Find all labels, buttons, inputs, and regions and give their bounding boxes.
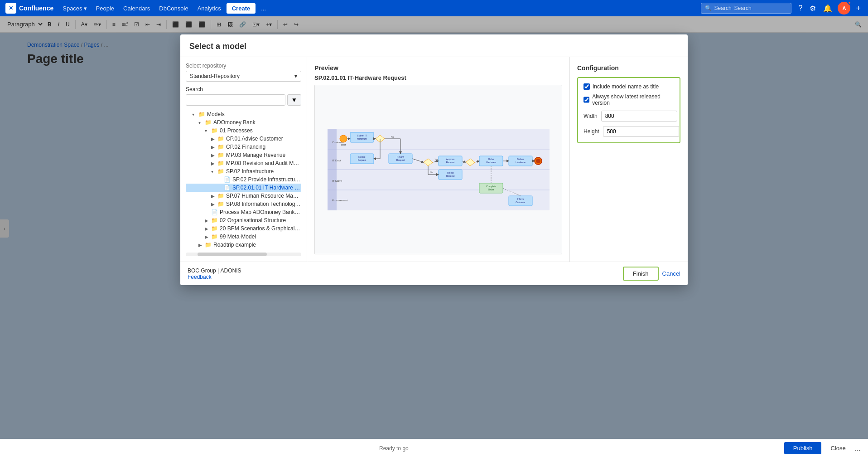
tree-item-models[interactable]: ▾ 📁 Models: [186, 110, 301, 118]
svg-text:Hardware: Hardware: [486, 161, 496, 164]
tree-item-20bpm[interactable]: ▶ 📁 20 BPM Scenarios & Graphical Analyse…: [186, 224, 301, 233]
nav-spaces[interactable]: Spaces ▾: [59, 3, 90, 14]
add-icon[interactable]: +: [854, 2, 863, 15]
svg-text:Inform: Inform: [517, 198, 523, 200]
folder-icon: 📁: [217, 136, 224, 142]
nav-dbconsole[interactable]: DbConsole: [155, 3, 192, 14]
svg-text:Approve: Approve: [446, 158, 454, 160]
preview-model-name: SP.02.01.01 IT-Hardware Request: [314, 74, 562, 81]
config-panel: Configuration Include model name as titl…: [570, 57, 688, 262]
model-yellow-icon: 📄: [224, 176, 231, 183]
app-name: Confluence: [19, 5, 53, 12]
svg-text:No: No: [430, 171, 433, 174]
chevron-down-icon: ▾: [294, 73, 297, 79]
tree-item-mp08[interactable]: ▶ 📁 MP.08 Revision and Audit Management: [186, 159, 301, 167]
expand-icon: ▶: [205, 226, 211, 231]
chevron-down-icon: ▾: [84, 5, 87, 12]
nav-analytics[interactable]: Analytics: [194, 3, 225, 14]
show-latest-check: Always show latest released version: [583, 93, 674, 106]
tree-item-sp07[interactable]: ▶ 📁 SP.07 Human Resource Management: [186, 192, 301, 200]
folder-icon: 📁: [211, 217, 218, 224]
folder-icon: 📁: [217, 201, 224, 207]
modal-overlay: Select a model Select repository Standar…: [0, 16, 868, 439]
footer-actions: Finish Cancel: [623, 267, 680, 281]
tree-item-processmap[interactable]: 📄 Process Map ADOmoney Bank 1.00 ✓: [186, 208, 301, 216]
folder-icon: 📁: [217, 160, 224, 166]
expand-icon: ▶: [211, 145, 217, 150]
height-label: Height: [583, 128, 599, 135]
tree-item-sp08[interactable]: ▶ 📁 SP.08 Information Technology (IT): [186, 200, 301, 208]
tree-item-cp01[interactable]: ▶ 📁 CP.01 Advise Customer: [186, 135, 301, 143]
tree-scrollbar[interactable]: [186, 253, 301, 256]
model-search-input[interactable]: [186, 94, 285, 106]
tree-item-adomoney[interactable]: ▾ 📁 ADOmoney Bank: [186, 118, 301, 126]
show-latest-label: Always show latest released version: [592, 93, 674, 106]
height-input[interactable]: [603, 126, 679, 137]
svg-text:Hardware: Hardware: [357, 137, 367, 140]
tree-item-sp02[interactable]: ▾ 📁 SP.02 Infrastructure: [186, 167, 301, 175]
tree-item-sp02provide[interactable]: 📄 SP.02 Provide infrastructure 1.00 ✓: [186, 175, 301, 184]
svg-text:No: No: [391, 136, 394, 138]
svg-text:Request: Request: [357, 159, 366, 161]
settings-icon[interactable]: ⚙: [808, 2, 818, 15]
search-icon: 🔍: [705, 5, 712, 11]
nav-more-button[interactable]: ...: [257, 3, 270, 14]
expand-icon: ▶: [211, 136, 217, 141]
svg-point-9: [340, 135, 347, 142]
svg-text:Yes: Yes: [434, 158, 439, 161]
search-button[interactable]: ▼: [287, 94, 301, 106]
folder-icon: 📁: [217, 168, 224, 175]
repo-select[interactable]: Standard-Repository ▾: [186, 71, 301, 82]
expand-icon: ▶: [205, 218, 211, 223]
svg-text:Submit IT: Submit IT: [357, 134, 366, 137]
expand-icon: ▾: [198, 120, 205, 125]
svg-text:Deliver: Deliver: [517, 158, 524, 160]
expand-icon: ▶: [198, 243, 205, 248]
user-avatar[interactable]: A: [838, 2, 850, 15]
tree-item-01processes[interactable]: ▾ 📁 01 Processes: [186, 126, 301, 135]
include-model-name-checkbox[interactable]: [583, 83, 590, 90]
folder-icon: 📁: [211, 233, 218, 240]
modal-footer: BOC Group | ADONIS Feedback Finish Cance…: [180, 262, 688, 285]
show-latest-checkbox[interactable]: [583, 97, 589, 103]
cancel-button[interactable]: Cancel: [662, 270, 680, 277]
svg-text:Order: Order: [488, 158, 494, 160]
svg-text:Request: Request: [446, 175, 454, 177]
search-bar[interactable]: 🔍 Search Search: [701, 3, 791, 14]
folder-icon: 📁: [211, 127, 218, 134]
model-blue-icon: 📄: [224, 185, 231, 191]
tree-item-99meta[interactable]: ▶ 📁 99 Meta-Model: [186, 233, 301, 241]
svg-text:Review: Review: [396, 156, 404, 158]
model-blue-icon: 📄: [211, 209, 218, 215]
svg-text:Revise: Revise: [358, 156, 366, 158]
nav-calendars[interactable]: Calendars: [120, 3, 154, 14]
nav-people[interactable]: People: [92, 3, 118, 14]
tree-item-mp03[interactable]: ▶ 📁 MP.03 Manage Revenue: [186, 151, 301, 159]
preview-panel: Preview SP.02.01.01 IT-Hardware Request: [307, 57, 570, 262]
confluence-icon: ✕: [5, 3, 16, 14]
tree-item-roadtrip[interactable]: ▶ 📁 Roadtrip example: [186, 241, 301, 249]
folder-icon: 📁: [211, 225, 218, 232]
tree-item-02org[interactable]: ▶ 📁 02 Organisational Structure: [186, 216, 301, 224]
help-icon[interactable]: ?: [797, 2, 805, 14]
expand-icon: ▶: [211, 202, 217, 207]
finish-button[interactable]: Finish: [623, 267, 659, 281]
tree-item-sp0201[interactable]: 📄 SP.02.01.01 IT-Hardware Request 1.0: [186, 184, 301, 192]
preview-image: Customer IT Dept IT Mgmt Procurement Sta…: [314, 85, 562, 254]
width-input[interactable]: [601, 111, 677, 122]
svg-text:Request: Request: [446, 161, 454, 164]
nav-create-button[interactable]: Create: [227, 3, 256, 14]
top-navigation: ✕ Confluence Spaces ▾ People Calendars D…: [0, 0, 868, 16]
tree-item-cp02[interactable]: ▶ 📁 CP.02 Financing: [186, 143, 301, 151]
config-title: Configuration: [577, 64, 680, 72]
svg-text:Customer: Customer: [516, 201, 526, 204]
expand-icon: ▾: [205, 128, 211, 133]
svg-text:Request: Request: [396, 159, 405, 161]
notifications-icon[interactable]: 🔔: [821, 2, 834, 15]
expand-icon: ▶: [211, 153, 217, 158]
width-label: Width: [583, 113, 598, 119]
svg-text:Start: Start: [341, 143, 346, 146]
tree-panel: Select repository Standard-Repository ▾ …: [180, 57, 307, 262]
feedback-link[interactable]: Feedback: [188, 274, 212, 280]
app-logo[interactable]: ✕ Confluence: [5, 3, 53, 14]
